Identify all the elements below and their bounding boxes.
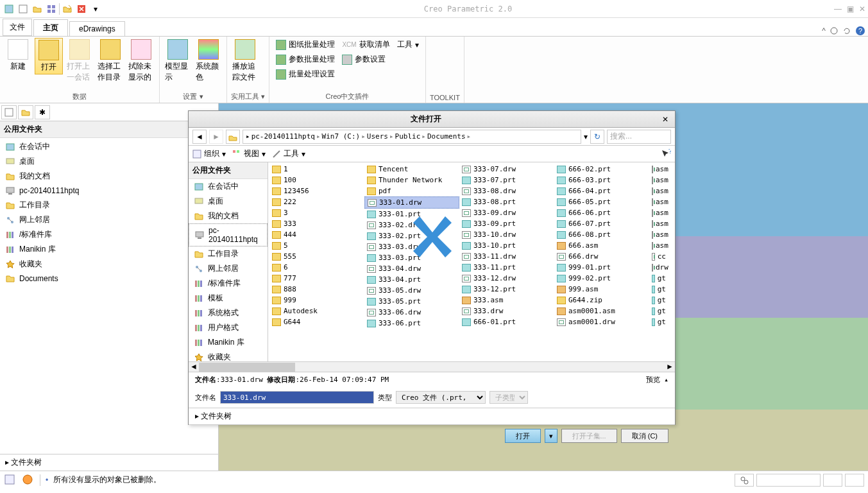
file-item[interactable]: asm bbox=[649, 240, 668, 251]
file-item[interactable]: 6 bbox=[269, 262, 364, 273]
file-item[interactable]: pdf bbox=[364, 186, 459, 196]
sidebar-item[interactable]: 我的文档 bbox=[189, 209, 268, 223]
collapse-ribbon-icon[interactable]: ^ bbox=[822, 26, 826, 35]
open-button[interactable]: 打开 bbox=[35, 38, 63, 74]
sidebar-item[interactable]: 模板 bbox=[189, 291, 268, 306]
file-item[interactable]: 333-08.drw bbox=[459, 186, 554, 196]
file-item[interactable]: gt bbox=[649, 284, 668, 295]
back-button[interactable]: ◄ bbox=[192, 130, 207, 144]
file-item[interactable]: gt bbox=[649, 316, 668, 327]
refresh-icon[interactable] bbox=[842, 26, 851, 35]
qat-icon-4[interactable] bbox=[45, 3, 58, 15]
tab-edrawings[interactable]: eDrawings bbox=[69, 21, 125, 36]
nav-tab-2[interactable] bbox=[18, 105, 33, 119]
file-item[interactable]: Autodesk bbox=[269, 306, 364, 316]
erase-button[interactable]: 拭除未显示的 bbox=[127, 38, 155, 84]
tree-item[interactable]: 收藏夹 bbox=[0, 257, 218, 272]
organize-button[interactable]: 组织 ▾ bbox=[192, 148, 226, 159]
breadcrumb[interactable]: ▸ pc-20140111hptq ▸ Win7 (C:) ▸ Users ▸ … bbox=[243, 130, 581, 144]
sidebar-item[interactable]: 收藏夹 bbox=[189, 350, 268, 361]
file-item[interactable]: 222 bbox=[269, 196, 364, 207]
tree-item[interactable]: 桌面 bbox=[0, 154, 218, 169]
file-item[interactable]: 333-09.prt bbox=[459, 218, 554, 229]
status-icon-1[interactable] bbox=[4, 474, 17, 487]
file-item[interactable]: 666-03.prt bbox=[554, 175, 649, 186]
file-item[interactable]: 333-11.drw bbox=[459, 251, 554, 262]
view-button[interactable]: 视图 ▾ bbox=[232, 148, 266, 159]
file-item[interactable]: asm bbox=[649, 196, 668, 207]
qat-icon-5[interactable] bbox=[61, 3, 74, 15]
file-item[interactable]: 333.drw bbox=[459, 306, 554, 316]
param-batch-button[interactable]: 参数批量处理 参数设置 bbox=[273, 53, 421, 66]
file-item[interactable]: 333-04.prt bbox=[364, 274, 459, 285]
sidebar-item[interactable]: 桌面 bbox=[189, 194, 268, 209]
model-disp-button[interactable]: 模型显示 bbox=[164, 38, 192, 84]
tools-button[interactable]: 工具 ▾ bbox=[272, 148, 305, 159]
file-item[interactable]: 1 bbox=[269, 164, 364, 175]
maximize-icon[interactable]: ▣ bbox=[847, 4, 854, 13]
qat-close-icon[interactable] bbox=[75, 3, 88, 15]
file-item[interactable]: 333-10.drw bbox=[459, 229, 554, 240]
help-icon[interactable]: ? bbox=[855, 26, 865, 36]
file-item[interactable]: 999-02.prt bbox=[554, 273, 649, 284]
file-item[interactable]: 666-06.prt bbox=[554, 207, 649, 218]
subtype-select[interactable]: 子类型 bbox=[489, 391, 528, 404]
status-select[interactable] bbox=[756, 474, 821, 487]
file-item[interactable]: 333-04.drw bbox=[364, 263, 459, 274]
up-button[interactable] bbox=[226, 130, 240, 144]
file-item[interactable]: gt bbox=[649, 295, 668, 306]
filename-input[interactable] bbox=[220, 391, 374, 404]
qat-open-icon[interactable] bbox=[31, 3, 44, 15]
qat-icon-1[interactable] bbox=[3, 3, 15, 15]
breadcrumb-segment[interactable]: Public bbox=[395, 132, 421, 141]
sidebar-item[interactable]: 系统格式 bbox=[189, 306, 268, 320]
file-item[interactable]: 333-08.prt bbox=[459, 196, 554, 207]
file-item[interactable]: 333-09.drw bbox=[459, 207, 554, 218]
cancel-button[interactable]: 取消 (C) bbox=[621, 429, 668, 443]
file-item[interactable]: 666-02.prt bbox=[554, 164, 649, 175]
file-item[interactable]: asm bbox=[649, 229, 668, 240]
tree-item[interactable]: pc-20140111hptq bbox=[0, 184, 218, 198]
file-item[interactable]: 333-07.drw bbox=[459, 164, 554, 175]
nav-tab-1[interactable] bbox=[1, 105, 17, 119]
file-item[interactable]: asm0001.drw bbox=[554, 316, 649, 327]
file-menu[interactable]: 文件 bbox=[3, 19, 32, 36]
file-item[interactable]: 666-07.prt bbox=[554, 218, 649, 229]
breadcrumb-segment[interactable]: Documents bbox=[427, 132, 466, 141]
file-item[interactable]: 333-12.drw bbox=[459, 273, 554, 284]
sidebar-item[interactable]: pc-20140111hptq bbox=[189, 223, 268, 246]
file-item[interactable]: 666-05.prt bbox=[554, 196, 649, 207]
refresh-button[interactable]: ↻ bbox=[590, 130, 604, 144]
file-item[interactable]: 333-05.drw bbox=[364, 285, 459, 296]
tree-item[interactable]: Documents bbox=[0, 272, 218, 286]
tools-label[interactable]: 工具 bbox=[397, 39, 413, 50]
forward-button[interactable]: ► bbox=[209, 130, 223, 144]
horizontal-scrollbar[interactable]: ◄► bbox=[189, 361, 675, 372]
file-item[interactable]: asm0001.asm bbox=[554, 306, 649, 316]
help-dropdown-icon[interactable] bbox=[830, 26, 838, 35]
tree-item[interactable]: 我的文档 bbox=[0, 169, 218, 184]
find-icon[interactable] bbox=[735, 474, 754, 487]
file-item[interactable]: 666.drw bbox=[554, 251, 649, 262]
nav-tab-3[interactable]: ✱ bbox=[35, 105, 50, 119]
file-item[interactable]: 333-01.drw bbox=[364, 196, 459, 209]
type-select[interactable]: Creo 文件 (.prt, .asm, bbox=[396, 391, 486, 404]
open-last-button[interactable]: 打开上一会话 bbox=[65, 38, 94, 84]
open-action-button[interactable]: 打开 bbox=[505, 429, 541, 443]
file-item[interactable]: 100 bbox=[269, 175, 364, 186]
sidebar-item[interactable]: Manikin 库 bbox=[189, 335, 268, 350]
file-item[interactable]: 777 bbox=[269, 273, 364, 284]
file-item[interactable]: 333-10.prt bbox=[459, 240, 554, 251]
sidebar-item[interactable]: /标准件库 bbox=[189, 276, 268, 291]
play-trail-button[interactable]: 播放追踪文件 bbox=[231, 38, 259, 84]
file-item[interactable]: 888 bbox=[269, 284, 364, 295]
new-button[interactable]: 新建 bbox=[4, 38, 32, 73]
preview-toggle[interactable]: 预览 ▴ bbox=[646, 375, 668, 385]
minimize-icon[interactable]: — bbox=[834, 4, 842, 13]
file-item[interactable]: 999.asm bbox=[554, 284, 649, 295]
file-item[interactable]: asm bbox=[649, 207, 668, 218]
tree-item[interactable]: Manikin 库 bbox=[0, 242, 218, 257]
file-item[interactable]: drw bbox=[649, 262, 668, 273]
sys-colors-button[interactable]: 系统颜色 bbox=[194, 38, 223, 84]
file-item[interactable]: gt bbox=[649, 273, 668, 284]
